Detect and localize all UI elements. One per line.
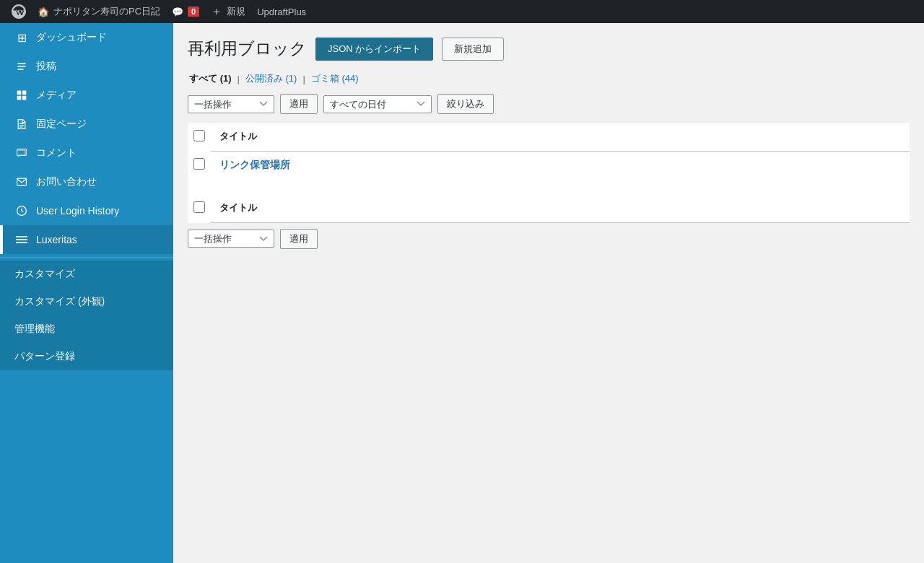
date-filter-select[interactable]: すべての日付 [323, 95, 432, 113]
footer-select-all-checkbox[interactable] [193, 201, 205, 213]
sidebar-item-dashboard[interactable]: ⊞ ダッシュボード [0, 23, 173, 52]
row-checkbox[interactable] [193, 158, 205, 170]
footer-title-column-header: タイトル [211, 194, 910, 222]
pages-icon [14, 117, 29, 131]
filter-all-link[interactable]: すべて (1) [188, 72, 233, 85]
wp-logo[interactable] [6, 0, 32, 23]
table-header-row: タイトル [188, 123, 910, 151]
sidebar-item-admin-functions[interactable]: 管理機能 [0, 315, 173, 343]
svg-rect-1 [22, 91, 27, 95]
blocks-table: タイトル リンク保管場所 [188, 123, 910, 223]
filter-published-link[interactable]: 公開済み (1) [244, 72, 299, 85]
admin-bar: 🏠 ナポリタン寿司のPC日記 💬 0 ＋ 新規 UpdraftPlus [0, 0, 924, 23]
luxeritas-icon [14, 232, 29, 247]
filter-button[interactable]: 絞り込み [437, 94, 494, 114]
plus-icon: ＋ [211, 4, 222, 19]
title-column-header: タイトル [211, 123, 910, 151]
sidebar-label-dashboard: ダッシュボード [36, 31, 107, 44]
select-all-checkbox[interactable] [193, 130, 205, 141]
sidebar-label-customize-appearance: カスタマイズ (外観) [14, 295, 105, 308]
sidebar: ⊞ ダッシュボード 投稿 メディア 固定ページ [0, 23, 173, 563]
page-title: 再利用ブロック JSON からインポート 新規追加 [188, 38, 910, 61]
adminbar-comments[interactable]: 💬 0 [166, 0, 205, 23]
sidebar-item-pattern-register[interactable]: パターン登録 [0, 343, 173, 370]
sidebar-item-customize-appearance[interactable]: カスタマイズ (外観) [0, 288, 173, 315]
apply-button-top[interactable]: 適用 [280, 94, 318, 114]
apply-button-bottom[interactable]: 適用 [280, 229, 318, 249]
filter-trash-link[interactable]: ゴミ箱 (44) [310, 72, 360, 85]
tablenav-top: 一括操作 削除 適用 すべての日付 絞り込み [188, 94, 910, 114]
import-json-button[interactable]: JSON からインポート [315, 38, 433, 61]
sidebar-item-posts[interactable]: 投稿 [0, 52, 173, 81]
svg-rect-2 [17, 96, 22, 100]
filter-trash: ゴミ箱 (44) [310, 72, 360, 85]
sidebar-item-comments[interactable]: コメント [0, 139, 173, 167]
tablenav-bottom: 一括操作 削除 適用 [188, 229, 910, 249]
adminbar-updraftplus[interactable]: UpdraftPlus [251, 0, 312, 23]
sidebar-label-media: メディア [36, 89, 77, 102]
svg-rect-8 [16, 242, 27, 243]
comments-menu-icon [14, 146, 29, 160]
wordpress-icon [12, 4, 26, 19]
sidebar-label-login-history: User Login History [36, 205, 119, 217]
media-icon [14, 88, 29, 102]
row-title-link[interactable]: リンク保管場所 [219, 159, 290, 170]
sidebar-item-luxeritas[interactable]: Luxeritas [0, 225, 173, 254]
svg-rect-7 [16, 239, 27, 240]
sidebar-label-comments: コメント [36, 147, 77, 160]
sidebar-label-contact: お問い合わせ [36, 175, 97, 188]
sidebar-item-login-history[interactable]: User Login History [0, 196, 173, 225]
adminbar-site-name[interactable]: 🏠 ナポリタン寿司のPC日記 [32, 0, 166, 23]
svg-rect-0 [17, 91, 22, 95]
comments-icon: 💬 [172, 6, 183, 17]
table-footer-row: タイトル [188, 194, 910, 222]
add-new-button[interactable]: 新規追加 [442, 38, 504, 61]
sidebar-item-pages[interactable]: 固定ページ [0, 110, 173, 139]
sidebar-label-luxeritas: Luxeritas [36, 234, 77, 245]
svg-rect-6 [16, 236, 27, 237]
sidebar-item-customize[interactable]: カスタマイズ [0, 261, 173, 288]
sidebar-item-media[interactable]: メディア [0, 81, 173, 110]
contact-icon [14, 175, 29, 189]
sidebar-label-admin-functions: 管理機能 [14, 323, 55, 336]
bulk-action-select-bottom[interactable]: 一括操作 削除 [188, 230, 274, 248]
select-all-cell [188, 123, 211, 151]
footer-select-all-cell [188, 194, 211, 222]
sidebar-label-pages: 固定ページ [36, 118, 87, 131]
sidebar-label-pattern-register: パターン登録 [14, 350, 75, 363]
sidebar-divider [0, 257, 173, 258]
filter-all: すべて (1) | [188, 72, 244, 85]
page-wrap: 再利用ブロック JSON からインポート 新規追加 すべて (1) | [188, 38, 910, 249]
sidebar-label-customize: カスタマイズ [14, 268, 75, 281]
table-body: リンク保管場所 [188, 151, 910, 194]
adminbar-new[interactable]: ＋ 新規 [205, 0, 251, 23]
filter-published: 公開済み (1) | [244, 72, 310, 85]
row-checkbox-cell [188, 151, 211, 194]
main-content: 再利用ブロック JSON からインポート 新規追加 すべて (1) | [173, 23, 924, 563]
bulk-action-select-top[interactable]: 一括操作 削除 [188, 95, 274, 113]
home-icon: 🏠 [38, 6, 49, 17]
sidebar-label-posts: 投稿 [36, 60, 56, 73]
login-history-icon [14, 204, 29, 218]
svg-rect-4 [17, 178, 27, 186]
row-title-cell: リンク保管場所 [211, 151, 910, 194]
sidebar-item-contact[interactable]: お問い合わせ [0, 167, 173, 196]
svg-rect-3 [22, 96, 27, 100]
filter-links: すべて (1) | 公開済み (1) | ゴミ箱 (44) [188, 72, 910, 85]
posts-icon [14, 59, 29, 74]
dashboard-icon: ⊞ [14, 30, 29, 45]
table-row: リンク保管場所 [188, 151, 910, 194]
